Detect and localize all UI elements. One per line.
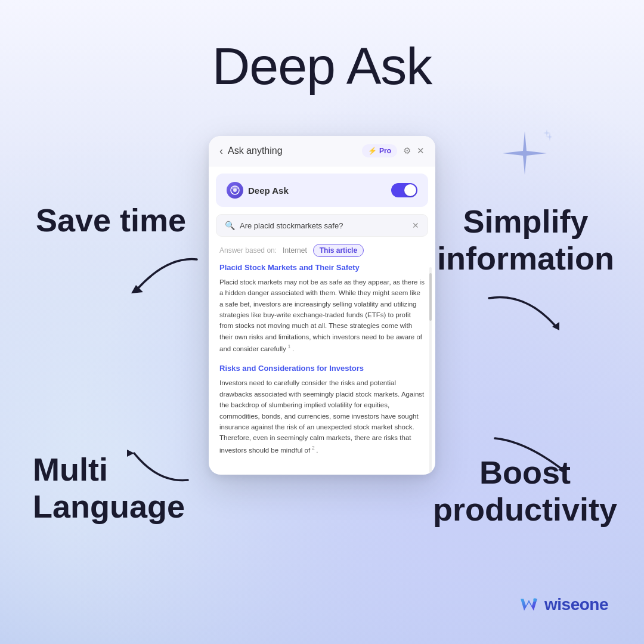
arrow-save-time xyxy=(113,250,209,298)
wiseone-logo: wiseone xyxy=(518,594,608,615)
arrow-multi-language xyxy=(110,441,206,489)
scrollbar[interactable] xyxy=(429,267,432,475)
search-bar[interactable]: 🔍 Are placid stockmarkets safe? ✕ xyxy=(216,214,428,237)
result-item-2: Risks and Considerations for Investors I… xyxy=(219,364,425,455)
lightning-icon: ⚡ xyxy=(368,147,377,155)
svg-point-2 xyxy=(533,598,537,602)
results-area: Placid Stock Markets and Their Safety Pl… xyxy=(209,263,435,475)
deep-ask-icon xyxy=(227,182,243,199)
scrollbar-thumb[interactable] xyxy=(429,273,432,321)
citation-1: 1 xyxy=(286,343,292,349)
deep-ask-toggle[interactable] xyxy=(391,183,417,197)
arrow-simplify xyxy=(477,286,572,334)
pro-badge[interactable]: ⚡ Pro xyxy=(362,144,397,157)
internet-option[interactable]: Internet xyxy=(283,246,307,255)
deep-ask-panel: ‹ Ask anything ⚡ Pro ⚙ ✕ Deep Ask xyxy=(209,136,435,475)
this-article-option[interactable]: This article xyxy=(313,244,364,257)
deep-ask-left: Deep Ask xyxy=(227,182,289,199)
result-title-2: Risks and Considerations for Investors xyxy=(219,364,425,374)
search-icon: 🔍 xyxy=(225,221,235,230)
back-button[interactable]: ‹ xyxy=(219,145,223,157)
ask-anything-title: Ask anything xyxy=(228,145,283,156)
answer-based-row: Answer based on: Internet This article xyxy=(209,244,435,263)
citation-2: 2 xyxy=(310,445,316,451)
search-clear-button[interactable]: ✕ xyxy=(412,221,419,230)
settings-icon[interactable]: ⚙ xyxy=(403,145,411,156)
result-title-1: Placid Stock Markets and Their Safety xyxy=(219,263,425,273)
result-body-2: Investors need to carefully consider the… xyxy=(219,377,425,456)
save-time-label: Save time xyxy=(36,203,186,238)
result-item-1: Placid Stock Markets and Their Safety Pl… xyxy=(219,263,425,354)
header-left: ‹ Ask anything xyxy=(219,145,283,157)
arrow-boost xyxy=(483,429,578,477)
close-icon[interactable]: ✕ xyxy=(417,145,425,156)
deep-ask-label: Deep Ask xyxy=(248,185,289,196)
answer-based-label: Answer based on: xyxy=(219,246,277,255)
card-header: ‹ Ask anything ⚡ Pro ⚙ ✕ xyxy=(209,136,435,166)
page-title: Deep Ask xyxy=(212,36,432,97)
simplify-label: Simplifyinformation xyxy=(437,203,614,277)
wiseone-brand-text: wiseone xyxy=(544,595,608,614)
sparkle-decoration xyxy=(498,128,552,184)
search-query: Are placid stockmarkets safe? xyxy=(240,221,407,230)
pro-label: Pro xyxy=(379,147,391,155)
header-right: ⚡ Pro ⚙ ✕ xyxy=(362,144,425,157)
result-body-1: Placid stock markets may not be as safe … xyxy=(219,277,425,355)
wiseone-w-icon xyxy=(518,594,540,615)
deep-ask-toggle-row: Deep Ask xyxy=(216,174,428,207)
